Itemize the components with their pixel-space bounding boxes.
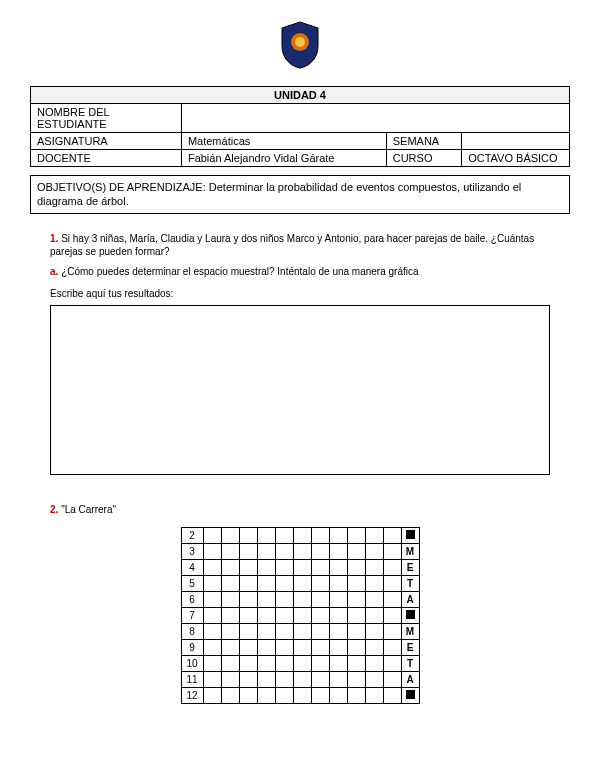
grid-cell — [329, 623, 347, 639]
grid-cell — [293, 543, 311, 559]
grid-cell — [365, 575, 383, 591]
school-logo — [30, 20, 570, 74]
grid-cell — [329, 671, 347, 687]
grid-cell — [365, 543, 383, 559]
objective-label: OBJETIVO(S) DE APRENDIZAJE: — [37, 181, 206, 193]
grid-cell — [347, 559, 365, 575]
grid-cell — [329, 655, 347, 671]
grid-cell — [347, 639, 365, 655]
grid-cell — [239, 543, 257, 559]
grid-cell — [257, 671, 275, 687]
grid-cell — [365, 623, 383, 639]
grid-cell — [257, 591, 275, 607]
grid-cell — [221, 671, 239, 687]
grid-cell — [365, 591, 383, 607]
grid-cell — [221, 687, 239, 703]
grid-meta-cell: T — [401, 575, 419, 591]
grid-cell — [347, 543, 365, 559]
grid-row-number: 3 — [181, 543, 203, 559]
grid-meta-cell: M — [401, 543, 419, 559]
grid-meta-cell: A — [401, 671, 419, 687]
black-square-icon — [406, 610, 415, 619]
value-teacher: Fabián Alejandro Vidal Gárate — [181, 150, 386, 167]
value-course: OCTAVO BÁSICO — [462, 150, 570, 167]
grid-cell — [347, 671, 365, 687]
grid-cell — [365, 607, 383, 623]
grid-cell — [221, 543, 239, 559]
q2-text: "La Carrera" — [61, 504, 116, 515]
grid-cell — [257, 639, 275, 655]
grid-cell — [383, 687, 401, 703]
grid-cell — [275, 687, 293, 703]
grid-cell — [275, 591, 293, 607]
grid-meta-cell: E — [401, 559, 419, 575]
label-teacher: DOCENTE — [31, 150, 182, 167]
question-1: 1. Si hay 3 niñas, María, Claudia y Laur… — [50, 232, 550, 259]
grid-cell — [329, 687, 347, 703]
grid-cell — [203, 607, 221, 623]
grid-row-number: 10 — [181, 655, 203, 671]
grid-row-number: 11 — [181, 671, 203, 687]
grid-cell — [329, 591, 347, 607]
grid-cell — [275, 639, 293, 655]
q1a-number: a. — [50, 266, 58, 277]
question-1a: a. ¿Cómo puedes determinar el espacio mu… — [50, 265, 550, 279]
grid-cell — [347, 687, 365, 703]
grid-cell — [311, 527, 329, 543]
write-here-label: Escribe aquí tus resultados: — [50, 288, 550, 299]
grid-row-number: 4 — [181, 559, 203, 575]
grid-cell — [257, 607, 275, 623]
grid-cell — [365, 559, 383, 575]
grid-cell — [311, 591, 329, 607]
unit-title: UNIDAD 4 — [31, 87, 570, 104]
grid-cell — [347, 623, 365, 639]
grid-cell — [239, 607, 257, 623]
grid-cell — [311, 543, 329, 559]
label-student: NOMBRE DEL ESTUDIANTE — [31, 104, 182, 133]
grid-row-number: 12 — [181, 687, 203, 703]
grid-cell — [347, 527, 365, 543]
grid-meta-cell — [401, 687, 419, 703]
grid-cell — [311, 559, 329, 575]
grid-cell — [239, 655, 257, 671]
grid-cell — [383, 559, 401, 575]
grid-meta-cell: T — [401, 655, 419, 671]
grid-meta-cell: M — [401, 623, 419, 639]
q1-text: Si hay 3 niñas, María, Claudia y Laura y… — [50, 233, 534, 258]
q1-number: 1. — [50, 233, 58, 244]
grid-cell — [365, 687, 383, 703]
grid-cell — [311, 575, 329, 591]
grid-cell — [293, 671, 311, 687]
grid-cell — [257, 655, 275, 671]
grid-cell — [293, 607, 311, 623]
header-table: UNIDAD 4 NOMBRE DEL ESTUDIANTE ASIGNATUR… — [30, 86, 570, 167]
grid-meta-cell: E — [401, 639, 419, 655]
q1a-text: ¿Cómo puedes determinar el espacio muest… — [61, 266, 418, 277]
grid-cell — [239, 575, 257, 591]
grid-cell — [203, 591, 221, 607]
grid-cell — [311, 671, 329, 687]
q2-number: 2. — [50, 504, 58, 515]
answer-box — [50, 305, 550, 475]
grid-cell — [203, 623, 221, 639]
grid-cell — [329, 543, 347, 559]
grid-cell — [275, 559, 293, 575]
svg-point-1 — [295, 37, 305, 47]
grid-cell — [383, 575, 401, 591]
grid-cell — [365, 671, 383, 687]
grid-cell — [203, 655, 221, 671]
grid-cell — [239, 527, 257, 543]
grid-cell — [203, 575, 221, 591]
grid-row-number: 6 — [181, 591, 203, 607]
grid-cell — [347, 607, 365, 623]
grid-cell — [275, 575, 293, 591]
grid-cell — [203, 671, 221, 687]
grid-meta-cell: A — [401, 591, 419, 607]
grid-cell — [221, 575, 239, 591]
grid-cell — [221, 639, 239, 655]
grid-cell — [221, 607, 239, 623]
grid-cell — [383, 639, 401, 655]
grid-row-number: 2 — [181, 527, 203, 543]
grid-row-number: 8 — [181, 623, 203, 639]
grid-cell — [383, 607, 401, 623]
